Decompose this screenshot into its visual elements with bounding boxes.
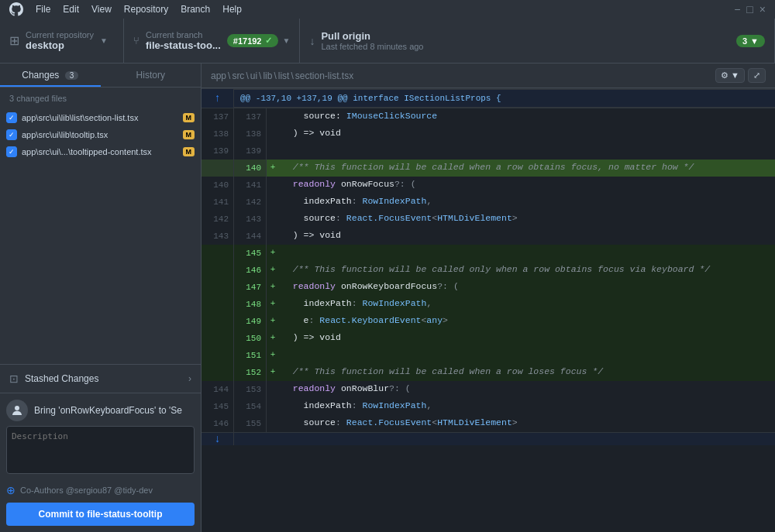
diff-header: app\src\ui\lib\list\section-list.tsx ⚙ ▼… [202, 63, 775, 88]
menu-repository[interactable]: Repository [124, 4, 168, 15]
sidebar-bottom: ⊡ Stashed Changes › ⊕ Co-Authors @sergio… [0, 364, 201, 532]
diff-expand-button[interactable]: ⤢ [748, 68, 766, 83]
repo-chevron-icon: ▼ [100, 36, 108, 45]
pull-origin-section[interactable]: ↓ Pull origin Last fetched 8 minutes ago… [300, 19, 775, 63]
diff-line-12: 149 + e: React.KeyboardEvent<any> [202, 313, 775, 330]
repo-icon: ⊞ [9, 33, 19, 48]
minimize-button[interactable]: − [734, 3, 740, 15]
current-repo-section[interactable]: ⊞ Current repository desktop ▼ [0, 19, 124, 63]
file-path-2: app\src\ui\...\tooltipped-content.tsx [22, 147, 180, 156]
menu-file[interactable]: File [36, 4, 50, 15]
diff-line-2: 139 139 [202, 142, 775, 160]
diff-line-18: 146 155 source: React.FocusEvent<HTMLDiv… [202, 415, 775, 432]
changed-files-label: 3 changed files [9, 94, 67, 103]
file-path-1: app\src\ui\lib\tooltip.tsx [22, 130, 180, 139]
file-item-1[interactable]: app\src\ui\lib\tooltip.tsx M [0, 126, 201, 143]
menu-edit[interactable]: Edit [63, 4, 79, 15]
diff-area: app\src\ui\lib\list\section-list.tsx ⚙ ▼… [202, 63, 775, 532]
diff-line-13: 150 + ) => void [202, 330, 775, 347]
file-badge-0: M [183, 113, 195, 122]
branch-check-icon: ✓ [265, 36, 272, 46]
hunk-header-text: @@ -137,10 +137,19 @@ interface ISection… [240, 91, 501, 106]
menu-view[interactable]: View [91, 4, 112, 15]
commit-section: ⊕ Co-Authors @sergiou87 @tidy-dev Commit… [0, 393, 201, 532]
maximize-button[interactable]: □ [746, 3, 753, 15]
pull-icon: ↓ [309, 35, 315, 47]
changes-badge: 3 [65, 71, 79, 80]
file-checkbox-0[interactable] [6, 112, 17, 123]
code-diff: ↑ @@ -137,10 +137,19 @@ interface ISecti… [202, 88, 775, 532]
tab-history[interactable]: History [101, 63, 202, 87]
diff-line-9: 146 + /** This function will be called o… [202, 262, 775, 279]
stash-label: Stashed Changes [25, 373, 188, 384]
stash-chevron-icon: › [188, 373, 191, 384]
diff-hunk-header: ↑ @@ -137,10 +137,19 @@ interface ISecti… [202, 88, 775, 108]
hunk-expand-down-icon[interactable]: ↓ [202, 433, 234, 445]
hunk-expand-up-icon[interactable]: ↑ [202, 89, 234, 108]
toolbar: ⊞ Current repository desktop ▼ ⑂ Current… [0, 19, 775, 63]
file-checkbox-2[interactable] [6, 146, 17, 157]
pull-label: Pull origin [321, 30, 423, 42]
branch-number: #17192 [233, 36, 262, 46]
menu-help[interactable]: Help [222, 4, 242, 15]
coauthors-label: Co-Authors @sergiou87 @tidy-dev [20, 486, 153, 495]
commit-message-input[interactable] [34, 405, 195, 416]
commit-branch-name: file-status-tooltip [87, 509, 162, 520]
stashed-changes-section[interactable]: ⊡ Stashed Changes › [0, 364, 201, 393]
hunk-expand-down: ↓ [202, 432, 775, 445]
window-controls: − □ × [734, 3, 766, 15]
diff-line-3: 140 + /** This function will be called w… [202, 160, 775, 177]
commit-button[interactable]: Commit to file-status-tooltip [6, 503, 195, 526]
diff-line-10: 147 + readonly onRowKeyboardFocus?: ( [202, 279, 775, 296]
branch-chevron-icon: ▼ [283, 36, 291, 45]
diff-line-1: 138 138 ) => void [202, 125, 775, 142]
diff-line-14: 151 + [202, 347, 775, 364]
diff-line-15: 152 + /** This function will be called w… [202, 364, 775, 381]
file-checkbox-1[interactable] [6, 129, 17, 140]
branch-badge: #17192 ✓ [227, 34, 278, 47]
diff-line-7: 143 144 ) => void [202, 228, 775, 245]
pull-sublabel: Last fetched 8 minutes ago [321, 42, 423, 51]
diff-line-17: 145 154 indexPath: RowIndexPath, [202, 398, 775, 415]
diff-line-8: 145 + [202, 245, 775, 262]
commit-author-row [6, 400, 195, 421]
diff-line-4: 140 141 readonly onRowFocus?: ( [202, 177, 775, 194]
file-item-2[interactable]: app\src\ui\...\tooltipped-content.tsx M [0, 143, 201, 160]
current-branch-section[interactable]: ⑂ Current branch file-status-too... #171… [124, 19, 300, 63]
branch-icon: ⑂ [133, 35, 140, 46]
svg-point-0 [15, 406, 19, 410]
menu-branch[interactable]: Branch [181, 4, 210, 15]
menu-bar: File Edit View Repository Branch Help [36, 4, 242, 15]
close-button[interactable]: × [760, 3, 766, 15]
diff-file-path: app\src\ui\lib\list\section-list.tsx [211, 70, 353, 81]
sidebar-tabs: Changes 3 History [0, 63, 201, 88]
diff-line-6: 142 143 source: React.FocusEvent<HTMLDiv… [202, 211, 775, 228]
author-avatar [6, 400, 28, 421]
repo-label: Current repository [26, 30, 94, 39]
diff-line-5: 141 142 indexPath: RowIndexPath, [202, 194, 775, 211]
diff-toolbar: ⚙ ▼ ⤢ [715, 68, 766, 83]
sidebar: Changes 3 History 3 changed files app\sr… [0, 63, 202, 532]
app-body: Changes 3 History 3 changed files app\sr… [0, 63, 775, 532]
titlebar: File Edit View Repository Branch Help − … [0, 0, 775, 19]
file-badge-1: M [183, 130, 195, 139]
add-coauthor-icon[interactable]: ⊕ [6, 484, 16, 496]
branch-label: Current branch [146, 30, 221, 39]
diff-line-16: 144 153 readonly onRowBlur?: ( [202, 381, 775, 398]
commit-description-input[interactable] [6, 426, 195, 474]
repo-name: desktop [26, 39, 94, 51]
diff-settings-button[interactable]: ⚙ ▼ [715, 68, 745, 83]
file-item-0[interactable]: app\src\ui\lib\list\section-list.tsx M [0, 109, 201, 126]
changed-files-header: 3 changed files [0, 88, 201, 109]
diff-line-11: 148 + indexPath: RowIndexPath, [202, 296, 775, 313]
commit-extras: ⊕ Co-Authors @sergiou87 @tidy-dev [6, 481, 195, 499]
branch-name: file-status-too... [146, 39, 221, 51]
tab-changes[interactable]: Changes 3 [0, 63, 101, 87]
stash-icon: ⊡ [9, 372, 19, 385]
app-logo [9, 2, 23, 16]
file-path-0: app\src\ui\lib\list\section-list.tsx [22, 113, 180, 122]
diff-line-0: 137 137 source: IMouseClickSource [202, 108, 775, 125]
file-badge-2: M [183, 147, 195, 156]
file-list: app\src\ui\lib\list\section-list.tsx M a… [0, 109, 201, 160]
pull-count-badge: 3 ▼ [736, 35, 765, 47]
